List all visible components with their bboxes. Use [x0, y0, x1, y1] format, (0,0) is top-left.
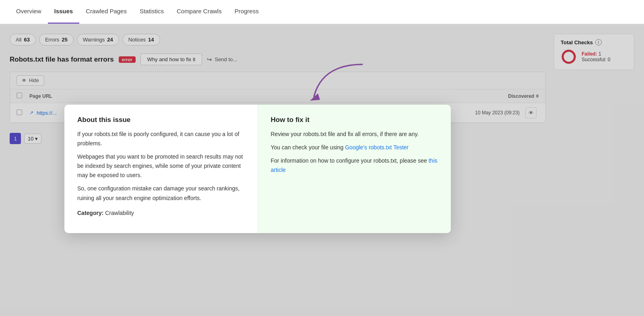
nav-statistics[interactable]: Statistics: [133, 0, 170, 24]
category-prefix: Category:: [77, 210, 103, 216]
category-value: Crawlability: [105, 210, 134, 216]
modal-right-panel: How to fix it Review your robots.txt fil…: [258, 105, 451, 233]
nav-issues[interactable]: Issues: [48, 0, 80, 24]
fix-para3-before: For information on how to configure your…: [271, 157, 429, 164]
top-nav: Overview Issues Crawled Pages Statistics…: [0, 0, 644, 24]
modal-fix-title: How to fix it: [271, 116, 438, 124]
modal-category: Category: Crawlability: [77, 209, 245, 218]
modal-about-title: About this issue: [77, 116, 245, 124]
nav-compare-crawls[interactable]: Compare Crawls: [170, 0, 228, 24]
googles-tester-link[interactable]: Google's robots.txt Tester: [345, 144, 409, 151]
modal-fix-para2: You can check your file using Google's r…: [271, 143, 438, 152]
modal-fix-para1: Review your robots.txt file and fix all …: [271, 130, 438, 139]
modal-para1: If your robots.txt file is poorly config…: [77, 130, 245, 148]
modal-para2: Webpages that you want to be promoted in…: [77, 152, 245, 180]
fix-para2-before: You can check your file using: [271, 144, 345, 151]
modal-left-panel: About this issue If your robots.txt file…: [64, 105, 258, 233]
modal-dialog: About this issue If your robots.txt file…: [64, 105, 451, 233]
main-content: All 63 Errors 25 Warnings 24 Notices 14 …: [0, 24, 644, 316]
modal-fix-para3: For information on how to configure your…: [271, 156, 438, 175]
nav-progress[interactable]: Progress: [228, 0, 265, 24]
modal-fix-body: Review your robots.txt file and fix all …: [271, 130, 438, 175]
modal-para3: So, one configuration mistake can damage…: [77, 184, 245, 202]
nav-overview[interactable]: Overview: [10, 0, 48, 24]
modal-about-body: If your robots.txt file is poorly config…: [77, 130, 245, 218]
nav-crawled-pages[interactable]: Crawled Pages: [79, 0, 133, 24]
